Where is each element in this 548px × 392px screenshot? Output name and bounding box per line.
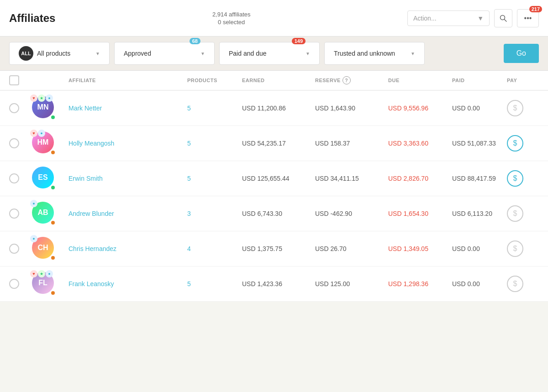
products-col-header: PRODUCTS [187,78,242,83]
action-placeholder: Action... [413,15,437,22]
avatar-wrap: ● AB [32,202,56,225]
table-row: ♥★● FL Frank Leanosky 5 USD 1,423.36 USD… [0,267,548,302]
affiliate-name-link[interactable]: Chris Hernandez [68,245,187,252]
pay-button[interactable]: $ [507,100,523,116]
reserve-value: USD 158.37 [315,140,388,147]
all-products-arrow-icon: ▼ [95,51,100,56]
avatar-wrap: ♥● HM [32,131,56,155]
more-dots-icon: ••• [524,14,532,22]
approved-arrow-icon: ▼ [200,51,205,56]
online-status-icon [50,185,56,190]
filters-bar: ALL All products ▼ 68 Approved ▼ 149 Pai… [0,37,548,71]
page-title: Affiliates [9,12,55,25]
trusted-filter[interactable]: Trusted and unknown ▼ [324,42,425,65]
all-products-label: All products [37,50,92,57]
affiliate-name-link[interactable]: Andrew Blunder [68,210,187,217]
reserve-value: USD 34,411.15 [315,175,388,182]
pay-button[interactable]: $ [507,205,523,222]
heart-icon: ♥ [30,130,37,137]
paid-due-arrow-icon: ▼ [306,51,310,56]
pay-button[interactable]: $ [507,276,523,292]
star-icon: ★ [38,270,45,277]
search-button[interactable] [494,9,512,27]
reserve-value: USD -462.90 [315,210,388,217]
due-value: USD 1,654.30 [388,210,452,217]
reserve-col-header: RESERVE ? [315,76,388,84]
reserve-help-icon[interactable]: ? [342,76,351,84]
approved-filter[interactable]: 68 Approved ▼ [114,42,215,65]
reserve-value: USD 125.00 [315,280,388,287]
action-dropdown[interactable]: Action... ▼ [407,10,490,26]
selected-count: 0 selected [218,19,245,26]
products-value: 5 [187,280,242,287]
pay-col-header: PAY [507,78,539,83]
badge-circle-icon: ● [30,235,37,242]
due-value: USD 2,826.70 [388,175,452,182]
paid-value: USD 88,417.59 [452,175,507,182]
products-value: 3 [187,210,242,217]
table-row: ♥★● MN Mark Netter 5 USD 11,200.86 USD 1… [0,91,548,126]
badge-circle-icon: ● [46,270,53,277]
star-icon: ★ [38,94,45,102]
table-body: ♥★● MN Mark Netter 5 USD 11,200.86 USD 1… [0,91,548,302]
table-row: ● AB Andrew Blunder 3 USD 6,743.30 USD -… [0,196,548,231]
trusted-label: Trusted and unknown [334,50,407,57]
table-row: ● CH Chris Hernandez 4 USD 1,375.75 USD … [0,231,548,267]
row-checkbox[interactable] [9,244,32,254]
avatar-wrap: ● CH [32,237,56,261]
select-all-checkbox[interactable] [9,75,32,85]
paid-due-label: Paid and due [229,50,302,57]
row-checkbox[interactable] [9,138,32,148]
due-value: USD 3,363.60 [388,140,452,147]
table-header: AFFILIATE PRODUCTS EARNED RESERVE ? DUE … [0,71,548,91]
go-button[interactable]: Go [504,44,539,63]
svg-line-1 [505,19,507,21]
header-center: 2,914 affiliates 0 selected [212,11,251,26]
row-checkbox[interactable] [9,209,32,219]
all-badge: ALL [19,46,33,61]
reserve-value: USD 1,643.90 [315,105,388,112]
affiliate-name-link[interactable]: Erwin Smith [68,175,187,182]
earned-value: USD 1,423.36 [242,280,315,287]
earned-value: USD 125,655.44 [242,175,315,182]
earned-value: USD 1,375.75 [242,245,315,252]
online-status-icon [50,290,56,296]
earned-col-header: EARNED [242,78,315,83]
paid-value: USD 6,113.20 [452,210,507,217]
paid-value: USD 0.00 [452,105,507,112]
approved-label: Approved [124,50,197,57]
header-left: Affiliates [9,12,55,25]
pay-button[interactable]: $ [507,240,523,257]
affiliate-name-link[interactable]: Frank Leanosky [68,280,187,287]
row-checkbox[interactable] [9,103,32,113]
earned-value: USD 54,235.17 [242,140,315,147]
affiliate-name-link[interactable]: Holly Meangosh [68,140,187,147]
due-col-header: DUE [388,78,452,83]
earned-value: USD 11,200.86 [242,105,315,112]
row-checkbox[interactable] [9,173,32,183]
paid-value: USD 51,087.33 [452,140,507,147]
paid-due-filter[interactable]: 149 Paid and due ▼ [219,42,320,65]
row-checkbox[interactable] [9,279,32,289]
paid-col-header: PAID [452,78,507,83]
all-products-filter[interactable]: ALL All products ▼ [9,42,110,65]
paid-due-badge: 149 [292,38,306,44]
pay-button[interactable]: $ [507,170,523,187]
more-button[interactable]: 217 ••• [517,9,539,27]
online-status-icon [50,115,56,120]
paid-value: USD 0.00 [452,280,507,287]
table-row: ♥● HM Holly Meangosh 5 USD 54,235.17 USD… [0,126,548,161]
online-status-icon [50,150,56,155]
badge-circle-icon: ● [30,200,37,207]
products-value: 5 [187,175,242,182]
affiliate-name-link[interactable]: Mark Netter [68,105,187,112]
products-value: 4 [187,245,242,252]
products-value: 5 [187,105,242,112]
products-value: 5 [187,140,242,147]
badge-circle-icon: ● [46,94,53,102]
trusted-arrow-icon: ▼ [411,51,415,56]
pay-button[interactable]: $ [507,135,523,152]
due-value: USD 1,349.05 [388,245,452,252]
due-value: USD 9,556.96 [388,105,452,112]
badge-circle-icon: ● [38,130,45,137]
